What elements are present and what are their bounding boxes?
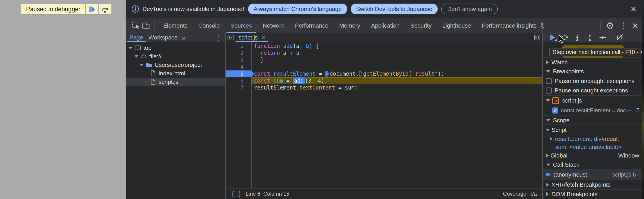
tree-item-top[interactable]: top: [126, 43, 225, 52]
frame-icon: [134, 44, 141, 51]
frame-location: script.js:6: [612, 171, 636, 178]
section-xhr-breakpoints[interactable]: XHR/fetch Breakpoints: [543, 180, 644, 189]
call-stack-frame[interactable]: (anonymous) script.js:6: [543, 169, 644, 180]
editor-tab-script-js[interactable]: script.js ×: [236, 33, 268, 42]
section-scope[interactable]: Scope: [543, 116, 644, 125]
dont-show-again-button[interactable]: Don't show again: [441, 3, 498, 14]
toolbar-separator: [600, 21, 601, 30]
inline-breakpoint-marker-outline[interactable]: [359, 71, 363, 76]
inline-breakpoint-marker-filled[interactable]: [325, 71, 329, 76]
tab-workspace[interactable]: Workspace: [146, 33, 180, 42]
code-line[interactable]: 1function add(a, b) {: [226, 43, 542, 50]
always-match-language-button[interactable]: Always match Chrome's language: [248, 3, 347, 14]
tab-security[interactable]: Security: [405, 18, 437, 33]
page-background: Paused in debugger: [0, 0, 126, 199]
code-text: function add(a, b) {: [251, 43, 542, 50]
chevron-down-icon[interactable]: [128, 47, 132, 49]
tab-memory[interactable]: Memory: [334, 18, 366, 33]
pause-caught-exceptions-row[interactable]: Pause on caught exceptions: [543, 86, 644, 96]
chevron-down-icon[interactable]: [140, 64, 144, 66]
step-out-icon: [586, 34, 594, 41]
tab-console[interactable]: Console: [193, 18, 225, 33]
tree-item-file-scheme[interactable]: file://: [126, 52, 225, 61]
scope-script-group[interactable]: Script: [543, 125, 644, 135]
chevron-down-icon: [546, 70, 550, 73]
tab-lighthouse[interactable]: Lighthouse: [437, 18, 476, 33]
code-line[interactable]: 6const sum = add(3, 4);: [226, 77, 542, 84]
deactivate-breakpoints-button[interactable]: [614, 33, 626, 42]
switch-to-japanese-button[interactable]: Switch DevTools to Japanese: [351, 3, 438, 14]
tab-page[interactable]: Page: [127, 33, 146, 42]
tab-network[interactable]: Network: [257, 18, 290, 33]
debugger-sidebar: Step over next function call - F10 - ⌘ '…: [543, 33, 644, 199]
file-tree: top file://: [126, 42, 225, 199]
scope-global-row[interactable]: Global Window: [543, 151, 644, 160]
line-number[interactable]: 7: [226, 84, 251, 91]
language-infobar: i DevTools is now available in Japanese!…: [126, 0, 644, 18]
toolbar-right-group: ⚙ ⋮ ×: [597, 19, 644, 32]
pause-caught-checkbox[interactable]: [546, 87, 552, 94]
code-line[interactable]: 4: [226, 63, 542, 70]
step-over-tooltip: Step over next function call - F10 - ⌘ ': [550, 48, 643, 56]
step-over-button-page[interactable]: [99, 4, 111, 14]
line-number[interactable]: 3: [226, 56, 251, 63]
debugger-toolbar: [543, 33, 644, 42]
inspect-cursor-icon: [132, 21, 141, 30]
code-text: }: [251, 56, 542, 63]
tab-elements[interactable]: Elements: [158, 18, 193, 33]
scope-entry-resultElement[interactable]: resultElement: div #result: [543, 135, 644, 143]
code-line[interactable]: 3 }: [226, 56, 542, 63]
step-into-button[interactable]: [571, 33, 584, 42]
breakpoint-file-group[interactable]: ‹› script.js: [543, 96, 644, 105]
pause-uncaught-checkbox[interactable]: [546, 78, 552, 84]
settings-gear-icon[interactable]: ⚙: [606, 20, 614, 31]
step-button[interactable]: [596, 33, 609, 42]
tab-performance-insights[interactable]: Performance insights: [476, 18, 551, 33]
pretty-print-icon[interactable]: { }: [231, 191, 242, 197]
tab-application[interactable]: Application: [366, 18, 405, 33]
tree-item-script-js[interactable]: script.js: [126, 78, 225, 86]
more-options-kebab-icon[interactable]: ⋮: [616, 21, 630, 30]
cloud-icon: [140, 53, 147, 60]
tab-sources[interactable]: Sources: [225, 18, 257, 33]
resume-script-execution-button[interactable]: [546, 33, 558, 42]
step-out-button[interactable]: [584, 33, 596, 42]
file-js-icon: [150, 78, 156, 85]
pause-uncaught-exceptions-row[interactable]: Pause on uncaught exceptions: [543, 76, 644, 86]
code-editor[interactable]: 1function add(a, b) {2 return a + b;3 }4…: [226, 42, 542, 188]
line-number[interactable]: 1: [226, 43, 251, 50]
close-devtools-icon[interactable]: ×: [632, 19, 638, 32]
breakpoint-checkbox[interactable]: ✓: [552, 107, 558, 114]
tab-performance[interactable]: Performance: [290, 18, 334, 33]
navigator-kebab-icon[interactable]: ⋮: [215, 34, 222, 41]
resume-script-button[interactable]: [86, 4, 98, 14]
code-line[interactable]: 5const resultElement = document.getEleme…: [226, 70, 542, 77]
line-number[interactable]: 2: [226, 50, 251, 56]
toggle-device-toolbar-button[interactable]: [141, 21, 151, 30]
code-line[interactable]: 2 return a + b;: [226, 50, 542, 56]
code-line[interactable]: 7resultElement.textContent = sum;: [226, 84, 542, 91]
inspect-element-button[interactable]: [131, 21, 141, 30]
section-call-stack[interactable]: Call Stack: [543, 160, 644, 169]
line-number[interactable]: 5: [226, 70, 251, 77]
tree-item-index-html[interactable]: index.html: [126, 69, 225, 78]
chevron-down-icon[interactable]: [134, 55, 138, 58]
editor-statusbar: { } Line 6, Column 15 Coverage: n/a: [226, 188, 542, 199]
line-number[interactable]: 6: [226, 77, 251, 84]
scope-entry-sum[interactable]: sum: <value unavailable>: [543, 143, 644, 151]
more-tabs-icon[interactable]: »: [182, 33, 186, 42]
infobar-close-icon[interactable]: ×: [630, 4, 636, 14]
toolbar-separator: [154, 21, 154, 30]
section-dom-breakpoints[interactable]: DOM Breakpoints: [543, 189, 644, 199]
show-debugger-sidebar-button[interactable]: [532, 33, 542, 42]
cursor-position-label: Line 6, Column 15: [246, 191, 290, 197]
breakpoint-entry[interactable]: ✓ const resultElement = doc⋯ 5: [543, 105, 644, 116]
tree-item-project-folder[interactable]: Users/user/project: [126, 61, 225, 69]
breakpoint-line-number: 5: [636, 107, 640, 114]
line-number[interactable]: 4: [226, 63, 251, 70]
hide-navigator-button[interactable]: [226, 33, 236, 42]
chevron-right-icon: [546, 60, 549, 64]
section-watch[interactable]: Watch: [543, 57, 644, 67]
close-tab-icon[interactable]: ×: [261, 34, 265, 41]
section-breakpoints[interactable]: Breakpoints: [543, 67, 644, 76]
